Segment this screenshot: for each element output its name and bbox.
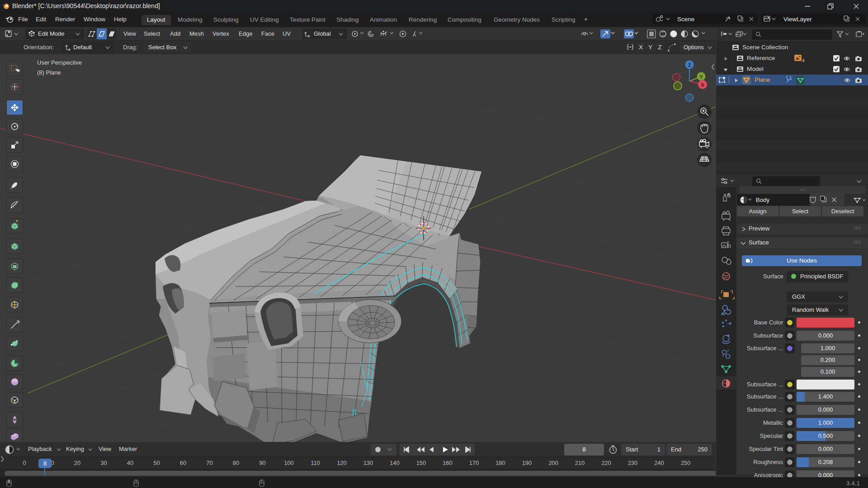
svg-text:X: X (701, 82, 704, 88)
svg-text:Body: Body (756, 197, 770, 203)
svg-text:4: 4 (802, 58, 805, 63)
svg-text:ViewLayer: ViewLayer (783, 16, 812, 23)
svg-text:Y: Y (699, 74, 703, 80)
svg-text:Z: Z (688, 62, 691, 68)
svg-text:Scene: Scene (677, 16, 694, 23)
